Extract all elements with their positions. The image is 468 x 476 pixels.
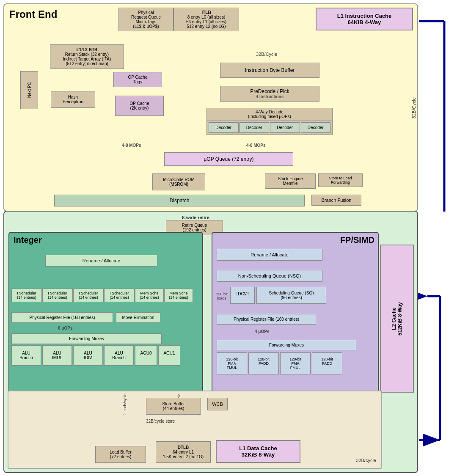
decode-title-area: 4-Way Decode (Including fused μOPs) xyxy=(207,108,332,121)
wcb-box: WCB xyxy=(207,398,228,410)
l2-l1: L2 Cache xyxy=(391,302,397,336)
l1-icache-line1: L1 Instruction Cache xyxy=(321,13,408,19)
predecode-box: PreDecode / Pick 4 Instructions xyxy=(220,86,319,102)
label-4-8-mops-right: 4-8 MOPs xyxy=(246,143,266,148)
msrom-box: MicroCode ROM (MSROM) xyxy=(152,173,205,190)
hash-l1: Hash xyxy=(55,95,91,99)
label-6uops: 6 μOPs xyxy=(58,326,72,330)
sq-box: Scheduling Queue (SQ) (96 entries) xyxy=(256,287,326,304)
scheduler-3: I Scheduler (14 entries) xyxy=(73,289,104,302)
agu1-box: AGU1 xyxy=(158,345,180,366)
stlf-l2: Forwarding xyxy=(321,180,360,184)
opcache-tags-box: OP Cache Tags xyxy=(113,72,162,87)
decoder-2: Decoder xyxy=(240,122,270,133)
ibb-box: Instruction Byte Buffer xyxy=(220,63,319,78)
pq-itlb-area: Physical Request Queue Micro-Tags (L1$ &… xyxy=(118,8,239,31)
se-l1: Stack Engine xyxy=(268,176,313,181)
scheduler-5: Mem Sche (14 entries) xyxy=(135,289,164,302)
l1-icache-box: L1 Instruction Cache 64KiB 4-Way xyxy=(316,8,413,30)
uopqueue-box: μOP Queue (72 entry) xyxy=(164,152,293,166)
fwdmux-int-box: Forwarding Muxes xyxy=(11,333,162,344)
decoders-row: Decoder Decoder Decoder Decoder xyxy=(207,121,332,135)
fwdmux-fp-box: Forwarding Muxes xyxy=(217,340,356,350)
label-32b-store: 32B/cycle store xyxy=(146,419,175,424)
prq-l2: Request Queue xyxy=(121,15,171,19)
hash-l2: Perceptron xyxy=(55,99,91,104)
msrom-l1: MicroCode ROM xyxy=(156,177,201,182)
dtlb-l2: 1.5K entry L2 (no 1G) xyxy=(160,454,207,459)
l1dc-l2: 32KiB 8-Way xyxy=(221,451,295,458)
label-32b-right: 32B/Cycle xyxy=(411,97,416,118)
fwdmux-int-label: Forwarding Muxes xyxy=(14,336,159,341)
alu-branch-2: ALU Branch xyxy=(104,345,134,366)
raf-label: Rename / Allocate xyxy=(220,252,319,257)
itlb-title: ITLB xyxy=(176,10,237,15)
btb-box: L1/L2 BTB Return Stack (32 entry) Indire… xyxy=(50,44,124,69)
label-128bit-loads: 128 bit loads xyxy=(213,292,230,300)
label-8wide-retire: 8-wide retire xyxy=(182,215,209,220)
prq-l3: Micro-Tags xyxy=(121,19,171,24)
agu0-box: AGU0 xyxy=(135,345,157,366)
dispatch-box: Dispatch xyxy=(54,195,305,206)
l2-cache-box: L2 Cache 512KiB 8-Way xyxy=(380,245,414,393)
alu-row: ALU Branch ALU IMUL ALU IDIV ALU Branch … xyxy=(11,345,180,366)
l1-dcache-box: L1 Data Cache 32KiB 8-Way xyxy=(216,440,300,463)
label-4uops: 4 μOPs xyxy=(255,329,269,334)
decoder-1: Decoder xyxy=(209,122,239,133)
oc-l2: (2K entry) xyxy=(118,106,161,110)
l2-l2: 512KiB 8-Way xyxy=(397,302,403,336)
rq-l1: Retire Queue xyxy=(169,223,220,228)
stlf-box: Store to Load Forwarding xyxy=(318,173,363,187)
itlb-l1: 64 entry L1 (all sizes) xyxy=(176,19,237,24)
lb-l1: Load Buffer xyxy=(99,450,142,454)
msrom-l2: (MSROM) xyxy=(156,182,201,187)
schedulers-row: I Scheduler (14 entries) I Scheduler (14… xyxy=(11,289,193,302)
stackeng-box: Stack Engine Memfile xyxy=(265,173,316,189)
prf-int-label: Physical Register File (168 entries) xyxy=(14,315,110,320)
btb-l2: Return Stack (32 entry) xyxy=(53,52,121,57)
stlf-l1: Store to Load xyxy=(321,176,360,180)
dtlb-l1: 64 entry L1 xyxy=(160,450,207,454)
prf-fp-label: Physical Register File (160 entries) xyxy=(220,317,313,322)
dtlb-box: DTLB 64 entry L1 1.5K entry L2 (no 1G) xyxy=(156,441,211,463)
decode-container: 4-Way Decode (Including fused μOPs) Deco… xyxy=(206,108,333,135)
scheduler-1: I Scheduler (14 entries) xyxy=(11,289,42,302)
storebuf-box: Store Buffer (44 entries) xyxy=(146,398,201,415)
rai-label: Rename / Allocate xyxy=(49,258,154,263)
decode-title-l2: (Including fused μOPs) xyxy=(208,114,331,119)
opcache-box: OP Cache (2K entry) xyxy=(115,96,164,116)
btb-l3: Indirect Target Array (ITA) xyxy=(53,57,121,61)
scheduler-2: I Scheduler (14 entries) xyxy=(42,289,73,302)
nsq-label: Non-Scheduling Queue (NSQ) xyxy=(220,273,319,278)
itlb-l2: 512 entry L2 (no 1G) xyxy=(176,24,237,29)
fwdmux-fp-label: Forwarding Muxes xyxy=(220,343,353,347)
prq-l4: (L1$ & μOP$) xyxy=(121,24,171,29)
nsq-box: Non-Scheduling Queue (NSQ) xyxy=(217,270,322,282)
l1-icache-line2: 64KiB 4-Way xyxy=(321,19,408,25)
fma-fmul-1: 128-bit FMA FMUL xyxy=(217,352,247,374)
label-32b-cycle: 32B/Cycle xyxy=(256,52,277,57)
prf-fp-box: Physical Register File (160 entries) xyxy=(217,314,316,325)
execution-section: Execution Engine 8-wide retire Retire Qu… xyxy=(3,211,418,473)
decode-title-l1: 4-Way Decode xyxy=(208,110,331,114)
l1dc-l1: L1 Data Cache xyxy=(221,445,295,451)
fma-row: 128-bit FMA FMUL 128-bit FADD 128-bit FM… xyxy=(217,352,342,374)
oct-l2: Tags xyxy=(116,80,159,84)
fadd-2: 128-bit FADD xyxy=(312,352,342,374)
btb-l4: (512 entry; direct map) xyxy=(53,61,121,66)
ibb-label: Instruction Byte Buffer xyxy=(225,67,315,73)
frontend-title: Front End xyxy=(9,8,57,20)
label-4-8-mops-left: 4-8 MOPs xyxy=(122,143,141,148)
itlb-box: ITLB 8 entry L0 (all sizes) 64 entry L1 … xyxy=(173,8,239,31)
dtlb-title: DTLB xyxy=(160,445,207,450)
oct-l1: OP Cache xyxy=(116,75,159,80)
scheduler-6: Mem Sche (14 entries) xyxy=(164,289,193,302)
se-l2: Memfile xyxy=(268,181,313,186)
move-elim-label: Move Elimination xyxy=(119,315,157,320)
main-container: Front End L1 Instruction Cache 64KiB 4-W… xyxy=(0,0,468,476)
wcb-label: WCB xyxy=(209,402,226,407)
prq-l1: Physical xyxy=(121,10,171,15)
memory-subsection: 1 store/cycle 2 loads/cycle 2x128-bit St… xyxy=(8,391,382,469)
fadd-1: 128-bit FADD xyxy=(248,352,279,374)
alu-imul: ALU IMUL xyxy=(42,345,72,366)
